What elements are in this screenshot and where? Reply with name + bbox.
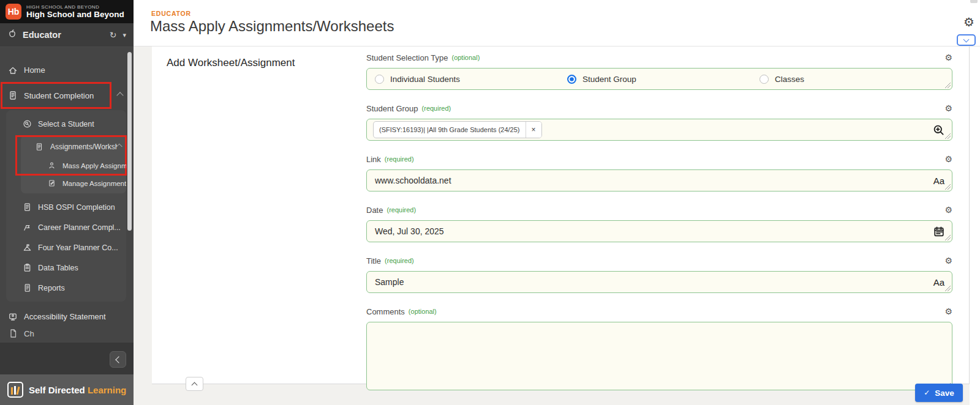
check-icon: ✓ <box>924 388 930 397</box>
completion-document-icon <box>8 91 18 100</box>
sidebar-item-career-planner-completion[interactable]: Career Planner Compl... <box>6 217 126 237</box>
chip-label: (SFISY:16193)| |All 9th Grade Students (… <box>374 122 526 138</box>
sidebar: Hb HIGH SCHOOL AND BEYOND High School an… <box>0 0 134 405</box>
sidebar-item-manage-assignments[interactable]: Manage Assignment... <box>21 174 126 192</box>
field-gear-icon[interactable]: ⚙ <box>944 53 952 62</box>
field-link: Link (required) ⚙ Aa <box>366 154 952 191</box>
chevron-up-icon <box>116 92 123 98</box>
chevron-left-icon <box>115 356 122 363</box>
text-format-icon[interactable]: Aa <box>933 277 944 288</box>
field-gear-icon[interactable]: ⚙ <box>944 155 952 163</box>
assignments-submenu: Assignments/Workshe... Mass Apply Assign… <box>21 135 126 193</box>
browser-artifact <box>970 0 978 3</box>
sidebar-item-four-year-planner-completion[interactable]: Four Year Planner Co... <box>6 237 126 258</box>
apple-icon <box>7 29 17 41</box>
page-settings-gear-icon[interactable]: ⚙ <box>963 15 974 29</box>
role-label: Educator <box>23 30 61 40</box>
student-search-icon <box>22 119 32 129</box>
sidebar-nav: Home Student Completion Select a Student <box>0 46 134 343</box>
hb-logo: Hb <box>6 4 21 20</box>
radio-classes[interactable]: Classes <box>760 75 952 84</box>
student-completion-submenu: Select a Student Assignments/Workshe... <box>6 110 126 302</box>
sidebar-item-mass-apply-assignments[interactable]: Mass Apply Assignm... <box>21 157 126 174</box>
report-icon <box>22 283 32 293</box>
radio-selected-icon <box>567 75 576 84</box>
sidebar-item-select-a-student[interactable]: Select a Student <box>6 114 126 134</box>
self-directed-learning-icon <box>7 382 23 398</box>
title-input[interactable] <box>367 272 933 292</box>
sidebar-scrollbar[interactable] <box>127 52 132 231</box>
date-input-box <box>366 220 952 242</box>
self-directed-learning-bar: Self Directed Learning <box>0 374 134 405</box>
field-requirement: (required) <box>386 206 416 214</box>
field-label: Comments <box>366 307 405 316</box>
chip-remove-button[interactable]: × <box>526 122 541 138</box>
app-window: Hb HIGH SCHOOL AND BEYOND High School an… <box>0 0 980 405</box>
radio-icon <box>760 75 769 84</box>
sidebar-item-truncated[interactable]: Ch <box>0 327 134 340</box>
field-label: Link <box>366 155 381 164</box>
switch-application-icon[interactable]: ↻ <box>110 30 117 40</box>
field-gear-icon[interactable]: ⚙ <box>944 256 952 265</box>
document-edit-icon <box>47 179 56 188</box>
sidebar-footer <box>0 343 134 374</box>
field-date: Date (required) ⚙ <box>366 204 952 242</box>
comments-input-box <box>366 322 952 390</box>
resize-grip <box>944 132 951 139</box>
field-requirement: (required) <box>385 155 414 163</box>
radio-group-student-selection: Individual Students Student Group Classe… <box>366 68 952 90</box>
section-eyebrow: EDUCATOR <box>151 10 191 17</box>
radio-individual-students[interactable]: Individual Students <box>367 75 567 84</box>
field-label: Student Group <box>366 104 418 113</box>
title-input-box: Aa <box>366 271 952 293</box>
sidebar-item-home[interactable]: Home <box>0 60 134 80</box>
panel-collapse-tab[interactable] <box>186 377 203 391</box>
save-label: Save <box>935 388 954 398</box>
sidebar-collapse-button[interactable] <box>110 351 126 368</box>
text-format-icon[interactable]: Aa <box>933 176 944 186</box>
home-icon <box>8 65 18 75</box>
sdl-text-prefix: Self Directed <box>29 385 85 395</box>
sidebar-item-data-tables[interactable]: Data Tables <box>6 258 126 278</box>
main-area: EDUCATOR Mass Apply Assignments/Workshee… <box>134 0 980 405</box>
student-group-input[interactable]: (SFISY:16193)| |All 9th Grade Students (… <box>366 119 952 141</box>
date-input[interactable] <box>367 221 933 242</box>
page-title: Mass Apply Assignments/Worksheets <box>150 18 394 35</box>
save-button[interactable]: ✓ Save <box>915 384 963 402</box>
sidebar-item-assignments-worksheets[interactable]: Assignments/Workshe... <box>21 136 126 157</box>
radio-icon <box>375 75 384 84</box>
panel-heading: Add Worksheet/Assignment <box>167 57 295 69</box>
monitor-icon <box>8 312 18 322</box>
sdl-text-suffix: Learning <box>88 385 126 395</box>
mountain-flag-icon <box>22 243 32 253</box>
career-flag-icon <box>22 223 32 232</box>
field-requirement: (optional) <box>409 308 437 315</box>
resize-grip <box>944 234 951 240</box>
chevron-up-icon <box>192 382 198 388</box>
header-collapse-toggle[interactable] <box>957 34 976 46</box>
sidebar-item-accessibility-statement[interactable]: Accessibility Statement <box>0 307 134 327</box>
chevron-down-icon <box>963 36 970 42</box>
field-label: Student Selection Type <box>366 53 448 62</box>
sidebar-item-reports[interactable]: Reports <box>6 278 126 298</box>
role-selector[interactable]: Educator ↻ ▾ <box>0 23 134 47</box>
calendar-icon[interactable] <box>933 226 944 237</box>
link-input-box: Aa <box>366 169 952 191</box>
sidebar-item-student-completion[interactable]: Student Completion <box>0 84 134 107</box>
field-label: Title <box>366 256 381 266</box>
page-header: EDUCATOR Mass Apply Assignments/Workshee… <box>134 0 980 46</box>
sidebar-item-hsb-ospi-completion[interactable]: HSB OSPI Completion <box>6 197 126 217</box>
brand-name: High School and Beyond <box>26 10 124 20</box>
document-icon <box>22 202 32 212</box>
link-input[interactable] <box>367 170 933 191</box>
field-requirement: (optional) <box>451 54 480 61</box>
worksheet-form: Student Selection Type (optional) ⚙ Indi… <box>366 52 952 403</box>
comments-textarea[interactable] <box>367 322 952 390</box>
radio-student-group[interactable]: Student Group <box>567 75 760 84</box>
zoom-in-search-icon[interactable] <box>933 124 944 136</box>
chevron-down-icon[interactable]: ▾ <box>123 31 126 39</box>
field-gear-icon[interactable]: ⚙ <box>944 104 952 113</box>
field-gear-icon[interactable]: ⚙ <box>944 307 952 316</box>
clipboard-icon <box>22 263 32 273</box>
field-gear-icon[interactable]: ⚙ <box>944 206 952 214</box>
